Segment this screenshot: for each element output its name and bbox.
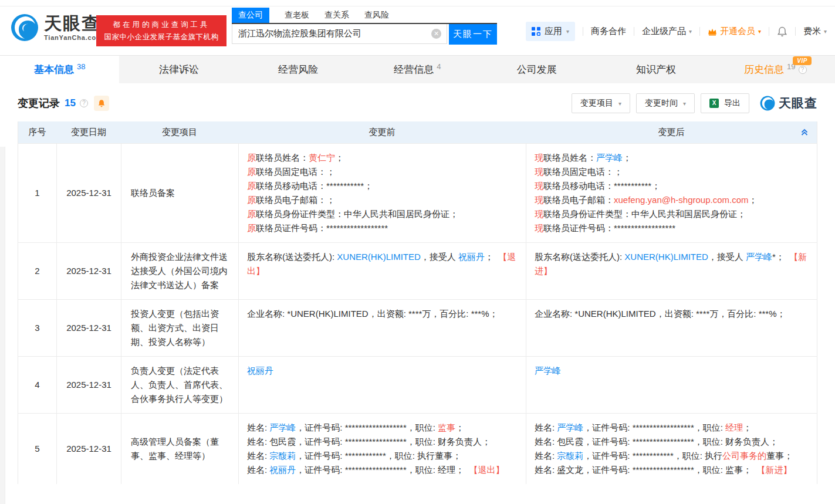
notifications-bell[interactable] [777, 26, 787, 37]
help-icon[interactable]: ? [799, 66, 807, 74]
text: 姓名: [535, 451, 557, 461]
tab-法律诉讼[interactable]: 法律诉讼 [119, 56, 238, 83]
text: 企业名称: *UNER(HK)LIMITED，出资额: ****万，百分比: *… [535, 309, 786, 319]
search-tab[interactable]: 查老板 [285, 8, 309, 23]
entity-link[interactable]: 严学峰 [269, 422, 296, 432]
text-line: 姓名: 祝丽丹，证件号码: ******************，职位: 经理；… [247, 463, 518, 477]
text: ； [749, 195, 758, 205]
entity-link[interactable]: 祝丽丹 [458, 252, 485, 262]
watermark-logo: 天眼查 [760, 95, 817, 111]
divider [769, 27, 769, 36]
user-menu[interactable]: 费米 ▾ [803, 26, 827, 37]
tab-历史信息[interactable]: 历史信息19?VIP [716, 56, 835, 83]
tianyancha-logo[interactable]: 天眼查 TianYanCha.com [11, 13, 103, 42]
cell-after: 企业名称: *UNER(HK)LIMITED，出资额: ****万，百分比: *… [526, 300, 817, 356]
highlight-text: 现 [535, 195, 543, 205]
tab-count: 4 [437, 62, 441, 71]
left-page-strip [0, 147, 5, 504]
entity-link[interactable]: 祝丽丹 [247, 366, 273, 376]
text-line: 姓名: 严学峰，证件号码: ******************，职位: 经理； [535, 421, 809, 435]
site-header: 天眼查 TianYanCha.com 都在用的商业查询工具 国家中小企业发展子基… [0, 0, 835, 53]
text-line: 股东名称(送达委托人): XUNER(HK)LIMITED，接受人 祝丽丹； 【… [247, 250, 518, 278]
entity-link[interactable]: 祝丽丹 [269, 465, 296, 475]
help-icon[interactable]: ? [80, 99, 88, 107]
collapse-icon[interactable] [800, 127, 809, 138]
nav-open-vip-label: 开通会员 [720, 26, 755, 37]
tab-经营风险[interactable]: 经营风险 [239, 56, 358, 83]
tab-经营信息[interactable]: 经营信息4 [358, 56, 477, 83]
search-tab[interactable]: 查风险 [364, 8, 389, 23]
text: ，证件号码: ******************，职位: [583, 422, 725, 432]
cell-date: 2025-12-31 [56, 357, 121, 413]
cell-after: 姓名: 严学峰，证件号码: ******************，职位: 经理；… [526, 414, 817, 484]
entity-link[interactable]: 严学峰 [557, 422, 583, 432]
text-line: 原联络员电子邮箱：； [247, 193, 518, 207]
divider [583, 27, 583, 36]
subscribe-bell-button[interactable] [94, 96, 109, 111]
highlight-text: 原 [247, 181, 256, 191]
section-count: 15 [65, 97, 76, 109]
cell-item: 联络员备案 [121, 144, 238, 242]
text: 姓名: [247, 422, 269, 432]
entity-link[interactable]: 宗馥莉 [269, 451, 296, 461]
text-line: 企业名称: *UNER(HK)LIMITED，出资额: ****万，百分比: *… [247, 307, 518, 321]
entity-link[interactable]: 严学峰 [746, 252, 772, 262]
col-header-date: 变更日期 [56, 127, 121, 138]
filter-change-item[interactable]: 变更项目 ▾ [572, 93, 630, 113]
entity-link[interactable]: XUNER(HK)LIMITED [624, 252, 708, 262]
nav-enterprise[interactable]: 企业级产品 ▾ [642, 26, 692, 37]
export-button[interactable]: X 导出 [701, 93, 749, 113]
search-area: 查公司查老板查关系查风险 ✕ 天眼一下 [232, 8, 497, 45]
tab-label: 经营信息 [394, 63, 434, 76]
entity-link[interactable]: 宗馥莉 [557, 451, 583, 461]
chevron-down-icon: ▾ [689, 28, 692, 35]
search-tab[interactable]: 查关系 [324, 8, 349, 23]
filter-change-time[interactable]: 变更时间 ▾ [636, 93, 695, 113]
entity-link[interactable]: XUNER(HK)LIMITED [337, 252, 421, 262]
search-button[interactable]: 天眼一下 [449, 24, 497, 45]
cell-no: 3 [18, 300, 56, 356]
entity-link[interactable]: 严学峰 [535, 366, 561, 376]
apps-menu[interactable]: 应用 ▾ [526, 22, 575, 41]
chevron-down-icon: ▾ [618, 100, 621, 107]
tab-公司发展[interactable]: 公司发展 [477, 56, 596, 83]
col-header-item: 变更项目 [121, 127, 238, 138]
tab-基本信息[interactable]: 基本信息38 [0, 56, 119, 83]
text-line: 原联络员身份证件类型：中华人民共和国居民身份证； [247, 207, 518, 221]
text-line: 姓名: 严学峰，证件号码: ******************，职位: 监事； [247, 421, 518, 435]
tab-label: 历史信息 [744, 63, 784, 76]
change-item-text: 外商投资企业法律文件送达接受人（外国公司境内法律文书送达人）备案 [131, 250, 229, 292]
clear-search-icon[interactable]: ✕ [431, 29, 441, 39]
text: 企业名称: *UNER(HK)LIMITED，出资额: ****万，百分比: *… [247, 309, 498, 319]
highlight-text: 现 [535, 223, 543, 233]
text-line: 股东名称(送达委托人): XUNER(HK)LIMITED，接受人 严学峰*； … [535, 250, 809, 278]
export-label: 导出 [724, 98, 741, 109]
divider [634, 27, 634, 36]
filter-change-time-label: 变更时间 [645, 98, 678, 109]
cell-date: 2025-12-31 [56, 243, 121, 299]
text: ； [743, 422, 752, 432]
cell-no: 4 [18, 357, 56, 413]
text: 姓名: 包民霞，证件号码: ******************，职位: 财务负… [247, 437, 491, 447]
text-line: 现联络员电子邮箱：xuefeng.yan@h-shgroup.com.com； [535, 193, 809, 207]
search-input[interactable] [232, 24, 447, 44]
table-body: 12025-12-31联络员备案原联络员姓名：黄仁宁；原联络员固定电话：；原联络… [18, 143, 817, 484]
search-tab[interactable]: 查公司 [232, 8, 269, 23]
tab-知识产权[interactable]: 知识产权 [596, 56, 715, 83]
cell-date: 2025-12-31 [56, 144, 121, 242]
change-item-text: 投资人变更（包括出资额、出资方式、出资日期、投资人名称等） [131, 307, 229, 349]
highlight-text: 经理 [725, 422, 743, 432]
highlight-text: 原 [247, 223, 256, 233]
nav-biz-coop[interactable]: 商务合作 [591, 26, 626, 37]
cell-before: 股东名称(送达委托人): XUNER(HK)LIMITED，接受人 祝丽丹； 【… [238, 243, 526, 299]
text: ，接受人 [708, 252, 746, 262]
slogan-line2: 国家中小企业发展子基金旗下机构 [102, 32, 221, 42]
text-line: 姓名: 包民霞，证件号码: ******************，职位: 财务负… [535, 435, 809, 449]
search-tabs: 查公司查老板查关系查风险 [232, 8, 497, 24]
change-record-table: 序号 变更日期 变更项目 变更前 变更后 12025-12-31联络员备案原联络… [18, 121, 817, 484]
tab-label: 基本信息 [34, 63, 74, 76]
entity-link[interactable]: 严学峰 [596, 153, 623, 163]
cell-item: 高级管理人员备案（董事、监事、经理等） [121, 414, 238, 484]
highlight-text: 现 [535, 153, 543, 163]
nav-open-vip[interactable]: 开通会员 ▾ [708, 26, 761, 37]
